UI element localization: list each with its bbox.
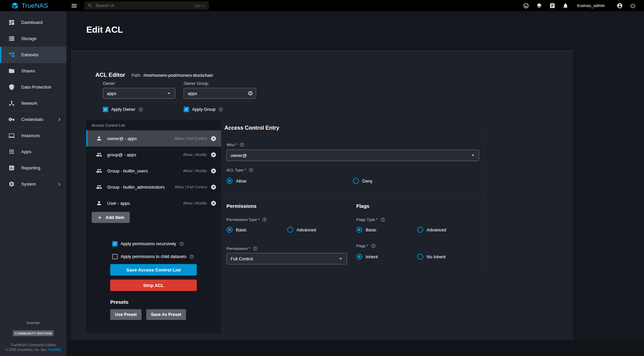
radio-permissions-advanced[interactable]: Advanced bbox=[287, 227, 316, 233]
radio-deny[interactable]: Deny bbox=[353, 178, 372, 184]
sidebar-item-system[interactable]: System bbox=[0, 176, 66, 192]
owner-select[interactable]: apps bbox=[103, 88, 175, 99]
jobs-clipboard-icon[interactable] bbox=[549, 3, 555, 9]
brand-name: TrueNAS bbox=[22, 2, 48, 9]
save-acl-button[interactable]: Save Access Control List bbox=[110, 264, 197, 276]
acl-entry-row[interactable]: owner@ - apps Allow | Full Control bbox=[86, 130, 221, 147]
sidebar-footer: truenas COMMUNITY EDITION TrueNAS® Commu… bbox=[0, 321, 66, 356]
help-icon[interactable] bbox=[189, 254, 194, 259]
acl-entry-row[interactable]: User - apps Allow | Modify bbox=[86, 195, 221, 211]
sidebar-item-credentials[interactable]: Credentials bbox=[0, 111, 66, 128]
who-select-value: owner@ bbox=[231, 153, 247, 158]
sidebar-item-data-protection[interactable]: Data Protection bbox=[0, 79, 66, 95]
footer-strip bbox=[66, 340, 644, 356]
power-icon[interactable] bbox=[630, 3, 636, 9]
network-hub-icon bbox=[8, 100, 15, 106]
sidebar-item-apps[interactable]: Apps bbox=[0, 144, 66, 160]
sidebar-item-reporting[interactable]: Reporting bbox=[0, 160, 66, 176]
radio-no-inherit[interactable]: No Inherit bbox=[417, 254, 446, 260]
feedback-smiley-icon[interactable] bbox=[523, 3, 529, 9]
delete-entry-icon[interactable] bbox=[211, 168, 216, 174]
truenas-logo[interactable]: TrueNAS bbox=[0, 2, 66, 9]
recursive-checkbox[interactable] bbox=[112, 241, 118, 247]
acl-entry-row[interactable]: Group - builtin_users Allow | Modify bbox=[86, 163, 221, 179]
radio-flags-advanced[interactable]: Advanced bbox=[417, 227, 446, 233]
dashboard-icon bbox=[8, 19, 15, 26]
help-icon[interactable] bbox=[139, 107, 143, 112]
permissions-basic-radio[interactable] bbox=[226, 227, 233, 233]
strip-acl-button[interactable]: Strip ACL bbox=[110, 280, 197, 291]
username[interactable]: truenas_admin bbox=[577, 3, 605, 8]
inherit-radio[interactable] bbox=[356, 254, 362, 260]
delete-entry-icon[interactable] bbox=[211, 200, 216, 206]
topbar: TrueNAS Ctrl + / truenas_admin bbox=[0, 0, 644, 11]
delete-entry-icon[interactable] bbox=[211, 152, 216, 158]
delete-entry-icon[interactable] bbox=[211, 136, 216, 141]
help-icon[interactable] bbox=[218, 107, 223, 112]
sidebar-item-network[interactable]: Network bbox=[0, 95, 66, 111]
owner-label: Owner: bbox=[103, 81, 116, 86]
no-inherit-radio[interactable] bbox=[417, 254, 423, 260]
help-icon[interactable] bbox=[179, 241, 184, 246]
apply-owner-row[interactable]: Apply Owner bbox=[103, 107, 143, 112]
sidebar-item-datasets[interactable]: Datasets bbox=[0, 47, 66, 63]
permissions-advanced-radio[interactable] bbox=[287, 227, 293, 233]
chevron-down-icon bbox=[165, 90, 172, 97]
save-as-preset-button[interactable]: Save As Preset bbox=[146, 309, 186, 320]
permissions-advanced-label: Advanced bbox=[297, 227, 316, 232]
apply-group-row[interactable]: Apply Group bbox=[184, 107, 223, 112]
flags-basic-radio[interactable] bbox=[356, 227, 362, 233]
help-icon[interactable] bbox=[371, 244, 376, 248]
deny-label: Deny bbox=[362, 179, 372, 184]
acl-entry-row[interactable]: Group - builtin_administrators Allow | F… bbox=[86, 179, 221, 195]
radio-inherit[interactable]: Inherit bbox=[356, 254, 378, 260]
sidebar-item-label: Reporting bbox=[21, 165, 40, 170]
permissions-select-value: Full Control bbox=[231, 256, 253, 261]
preset-buttons: Use Preset Save As Preset bbox=[110, 309, 186, 320]
permissions-label-row: Permissions * bbox=[226, 246, 257, 251]
delete-entry-icon[interactable] bbox=[211, 184, 216, 190]
apply-group-label: Apply Group bbox=[192, 107, 215, 112]
layers-icon[interactable] bbox=[536, 3, 542, 9]
help-icon[interactable] bbox=[262, 217, 267, 222]
child-datasets-row[interactable]: Apply permissions to child datasets bbox=[112, 254, 194, 259]
radio-flags-basic[interactable]: Basic bbox=[356, 227, 376, 233]
help-icon[interactable] bbox=[380, 217, 385, 222]
flags-type-label-row: Flags Type * bbox=[356, 217, 385, 222]
child-datasets-checkbox[interactable] bbox=[112, 254, 118, 259]
flags-basic-label: Basic bbox=[366, 227, 376, 232]
clear-icon[interactable] bbox=[248, 91, 253, 96]
who-select[interactable]: owner@ bbox=[226, 150, 479, 161]
acl-entry-rule: Allow | Modify bbox=[183, 201, 207, 205]
deny-radio[interactable] bbox=[353, 178, 359, 184]
alerts-bell-icon[interactable] bbox=[562, 3, 569, 9]
add-item-button[interactable]: Add Item bbox=[92, 212, 130, 223]
copyright-brand-link[interactable]: TrueNAS bbox=[47, 348, 61, 352]
allow-radio[interactable] bbox=[226, 178, 233, 184]
sidebar-item-dashboard[interactable]: Dashboard bbox=[0, 14, 66, 31]
acl-entry-row[interactable]: group@ - apps Allow | Modify bbox=[86, 147, 221, 163]
recursive-row[interactable]: Apply permissions recursively bbox=[112, 241, 184, 247]
owner-group-field[interactable] bbox=[184, 88, 256, 99]
apply-group-checkbox[interactable] bbox=[184, 107, 189, 112]
help-icon[interactable] bbox=[240, 142, 244, 147]
sidebar-item-instances[interactable]: Instances bbox=[0, 128, 66, 144]
menu-icon[interactable] bbox=[71, 2, 78, 9]
sidebar-item-storage[interactable]: Storage bbox=[0, 31, 66, 47]
global-search[interactable]: Ctrl + / bbox=[84, 1, 209, 10]
radio-permissions-basic[interactable]: Basic bbox=[226, 227, 247, 233]
sidebar-item-shares[interactable]: Shares bbox=[0, 63, 66, 79]
apply-owner-checkbox[interactable] bbox=[103, 107, 108, 112]
use-preset-button[interactable]: Use Preset bbox=[110, 309, 142, 320]
radio-allow[interactable]: Allow bbox=[226, 178, 246, 184]
help-icon[interactable] bbox=[253, 246, 257, 251]
vertical-divider bbox=[484, 124, 485, 279]
search-input[interactable] bbox=[95, 3, 192, 8]
computer-icon bbox=[8, 132, 15, 139]
hostname: truenas bbox=[0, 321, 66, 325]
owner-group-input[interactable] bbox=[188, 91, 248, 96]
help-icon[interactable] bbox=[249, 168, 253, 172]
permissions-select[interactable]: Full Control bbox=[226, 253, 347, 264]
user-circle-icon[interactable] bbox=[617, 3, 623, 9]
flags-advanced-radio[interactable] bbox=[417, 227, 423, 233]
